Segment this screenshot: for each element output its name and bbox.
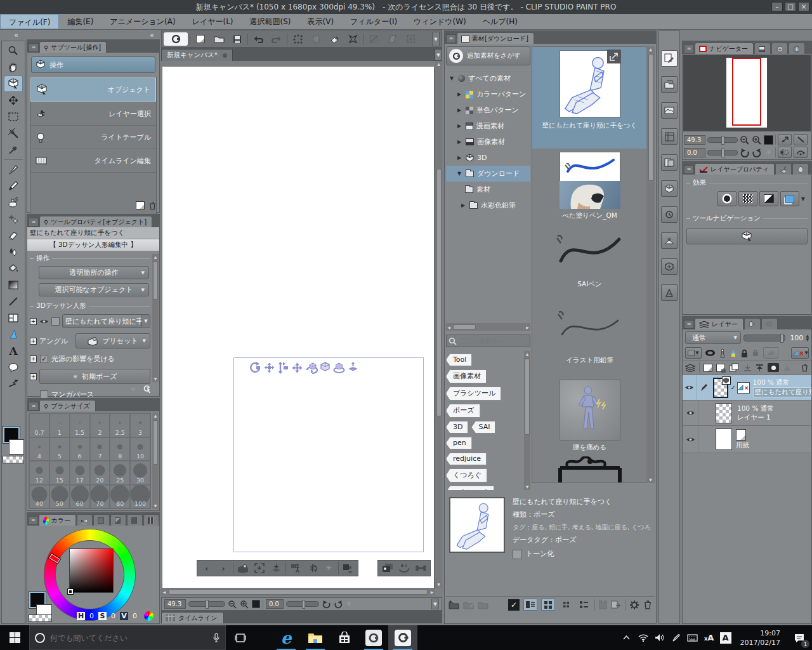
object-translate-plane-icon[interactable] [346, 361, 360, 375]
tab-timeline[interactable]: タイムライン [161, 612, 224, 623]
flip-horizontal-icon[interactable] [794, 134, 808, 145]
opacity-stepper[interactable]: ▲▼ [806, 334, 809, 342]
layer-name[interactable]: 壁にもたれて座り頬 [753, 387, 811, 397]
brush-size-cell[interactable]: 40 [29, 485, 49, 509]
canvas-rotation-slider[interactable] [286, 601, 319, 607]
show-selection-only-icon[interactable]: ✓ [508, 599, 520, 611]
small-grid-view-icon[interactable] [559, 599, 573, 611]
pencil-tool-icon[interactable] [4, 178, 23, 194]
tree-manga-material[interactable]: ▶ 漫画素材 [446, 118, 530, 134]
rotate-left-icon[interactable] [322, 600, 331, 609]
selectable-object-dropdown[interactable]: 選択可能なオブジェクト ▼ [39, 283, 149, 296]
brush-size-cell[interactable]: 25 [110, 461, 130, 485]
panel-menu-icon[interactable]: ≡ [446, 34, 456, 43]
camera-zoom-icon[interactable] [276, 361, 290, 375]
brush-size-cell[interactable]: 100 [130, 485, 150, 509]
tag-chip[interactable]: SAI [471, 421, 495, 434]
tab-layer-comp[interactable] [744, 318, 761, 329]
transfer-up-icon[interactable] [756, 364, 764, 372]
tree-collapsed-icon[interactable]: ▶ [456, 123, 462, 129]
light-checkbox[interactable]: ✓ [40, 355, 48, 363]
brush-size-cell[interactable]: 30 [130, 461, 150, 485]
text-tool-icon[interactable]: A [4, 343, 23, 359]
menu-file[interactable]: ファイル(F) [0, 14, 59, 29]
navigator-preview[interactable] [683, 55, 811, 131]
tab-approximate-color[interactable] [127, 514, 143, 526]
deselect-icon[interactable] [289, 32, 306, 46]
reset-rotation-icon[interactable]: ✳ [764, 148, 773, 157]
brush-size-cell[interactable]: 80 [110, 485, 130, 509]
two-color-pen-icon[interactable] [730, 348, 737, 358]
detail-view-icon[interactable] [523, 599, 537, 611]
lock-icon[interactable] [740, 348, 749, 358]
color-picker-dialog-icon[interactable] [144, 611, 154, 621]
subtool-item-lighttable[interactable]: ライトテーブル [30, 125, 156, 149]
cortana-search-box[interactable] [29, 625, 226, 650]
move-layer-tool-icon[interactable] [4, 92, 23, 109]
opacity-slider[interactable] [743, 335, 785, 342]
material-item-selected[interactable]: 壁にもたれて座り頬に手をつく [532, 47, 647, 149]
zoom-out-icon[interactable] [740, 135, 750, 145]
tab-brush-size[interactable]: ⚲ブラシサイズ [39, 400, 96, 411]
doll-pose-dropdown[interactable]: 壁にもたれて座り頬に手 ▼ [62, 314, 150, 328]
zoom-in-icon[interactable] [240, 600, 249, 609]
menu-filter[interactable]: フィルター(I) [342, 14, 405, 29]
flip-view-icon[interactable] [778, 134, 792, 145]
brush-size-cell[interactable]: 12 [29, 461, 49, 485]
sv-square[interactable] [69, 548, 114, 593]
quick-access-panel-icon[interactable] [661, 50, 678, 67]
subtool-item-layerselect[interactable]: レイヤー選択 [30, 102, 156, 125]
eye-icon[interactable] [39, 318, 49, 325]
material-search-box[interactable] [446, 335, 530, 347]
tree-collapsed-icon[interactable]: ▶ [456, 139, 462, 145]
brush-size-cell[interactable]: 1 [49, 413, 70, 437]
lighthouse-icon[interactable] [719, 348, 726, 358]
object-tool-icon[interactable] [4, 76, 23, 92]
chevron-down-icon[interactable]: ▼ [141, 315, 150, 328]
canvas-zoom-slider[interactable] [188, 601, 225, 607]
object-rotate-plane-icon[interactable] [332, 361, 346, 375]
tree-download-material[interactable]: 素材 [446, 182, 530, 197]
brush-size-cell[interactable]: 17 [70, 461, 90, 485]
material-item[interactable]: イラスト用鉛筆 [532, 299, 647, 376]
tab-color-slider[interactable] [77, 514, 93, 526]
tag-chip[interactable]: ブラシツール [446, 387, 501, 401]
brush-size-cell[interactable]: 7 [90, 437, 110, 461]
list-view-icon[interactable] [577, 599, 591, 611]
layer-color-icon[interactable] [780, 191, 799, 206]
edge-taskbar-icon[interactable]: e [272, 625, 301, 650]
tab-layer[interactable]: レイヤー [695, 318, 743, 329]
reselect-icon[interactable] [308, 32, 324, 46]
sv-cursor[interactable] [68, 589, 73, 594]
tag-chip[interactable]: ポーズ [446, 404, 480, 418]
tag-chip[interactable]: redjuice [446, 453, 487, 465]
zoom-out-icon[interactable] [228, 600, 237, 609]
polyline-select-tool-icon[interactable] [4, 326, 23, 343]
tag-chip[interactable]: pen [446, 437, 472, 449]
touch-keyboard-icon[interactable] [684, 625, 701, 650]
tag-chip[interactable]: ストレッチ [446, 486, 494, 490]
delete-folder-icon[interactable] [478, 600, 488, 609]
collapsed-panel-icon[interactable] [661, 232, 678, 249]
trash-icon[interactable] [643, 600, 652, 609]
tag-chip[interactable]: くつろぐ [446, 468, 487, 482]
drop-to-ground-icon[interactable] [268, 562, 284, 575]
open-file-icon[interactable] [211, 32, 227, 46]
explorer-taskbar-icon[interactable] [301, 625, 330, 650]
tree-watercolor-pencil[interactable]: ▶ 水彩色鉛筆 [446, 197, 530, 213]
subtool-item-timeline-edit[interactable]: タイムライン編集 [30, 149, 156, 172]
brush-size-cell[interactable]: 3 [130, 413, 150, 437]
doll-checkbox[interactable] [51, 317, 60, 326]
tab-color-set[interactable] [93, 514, 109, 526]
brush-tool-icon[interactable] [4, 161, 23, 178]
ruler-disabled-icon[interactable]: × [737, 382, 750, 394]
brush-size-cell[interactable]: 1.5 [70, 413, 90, 437]
clear-selection-icon[interactable] [326, 32, 343, 46]
ime-mode-icon[interactable]: xA [701, 625, 717, 650]
lock-transparent-icon[interactable] [752, 348, 760, 357]
ruler-icon[interactable]: ×▼ [791, 347, 809, 359]
large-grid-view-icon[interactable] [541, 599, 555, 611]
minimize-button[interactable]: – [771, 2, 783, 11]
tree-download-selected[interactable]: ▼ ダウンロード [446, 166, 530, 182]
panel-menu-icon[interactable]: ≡ [29, 402, 39, 411]
